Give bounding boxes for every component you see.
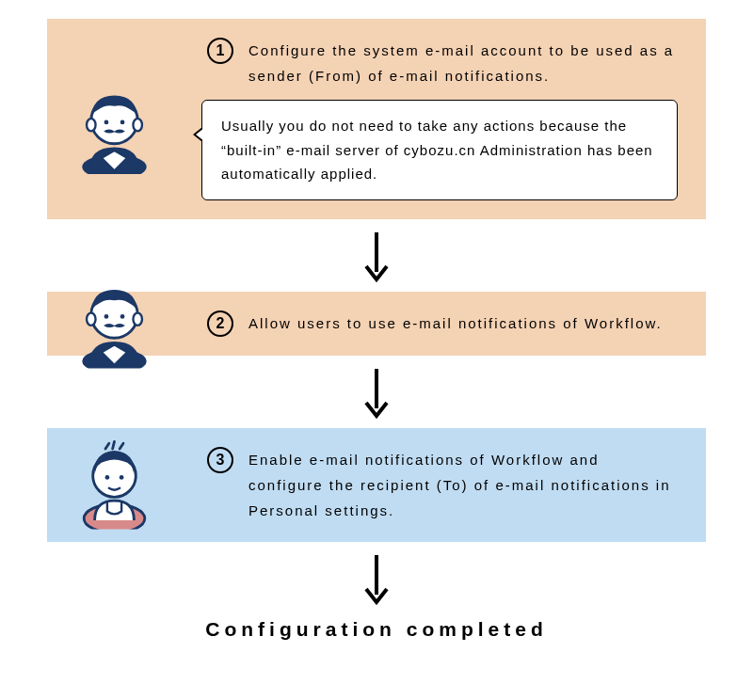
user-avatar-icon: [70, 440, 159, 530]
step-3-number: 3: [207, 447, 233, 473]
svg-point-9: [87, 312, 96, 325]
step-1-content: 1 Configure the system e-mail account to…: [207, 38, 678, 200]
svg-point-11: [104, 314, 109, 319]
svg-point-12: [120, 314, 125, 319]
step-3-content: 3 Enable e-mail notifications of Workflo…: [207, 447, 678, 523]
svg-point-3: [133, 119, 142, 131]
step-3-box: 3 Enable e-mail notifications of Workflo…: [47, 428, 706, 542]
step-1-text: Configure the system e-mail account to b…: [248, 38, 678, 88]
svg-point-10: [133, 312, 142, 325]
step-2-number: 2: [207, 310, 233, 337]
admin-avatar-icon: [70, 85, 159, 174]
svg-point-16: [105, 475, 110, 480]
step-1-box: 1 Configure the system e-mail account to…: [47, 19, 706, 219]
completed-label: Configuration completed: [47, 618, 706, 641]
arrow-down-icon: [47, 542, 706, 614]
step-1-callout: Usually you do not need to take any acti…: [201, 100, 678, 200]
step-2-text: Allow users to use e-mail notifications …: [248, 310, 663, 336]
svg-point-4: [104, 120, 109, 125]
step-2-box: 2 Allow users to use e-mail notification…: [47, 292, 706, 356]
step-3-text: Enable e-mail notifications of Workflow …: [248, 447, 678, 523]
svg-point-2: [87, 119, 96, 131]
admin-avatar-icon: [70, 278, 159, 368]
step-1-number: 1: [207, 38, 233, 64]
step-2-content: 2 Allow users to use e-mail notification…: [207, 310, 678, 337]
svg-point-5: [120, 120, 125, 125]
svg-point-17: [120, 475, 124, 480]
